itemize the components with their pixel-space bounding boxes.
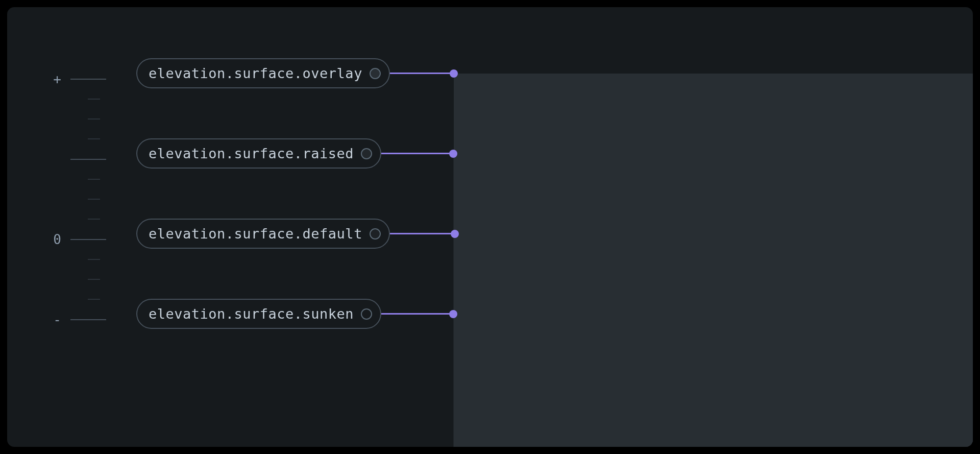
token-pill: elevation.surface.raised xyxy=(136,138,381,169)
scale-tick-major: + xyxy=(53,73,119,86)
connector-dot xyxy=(449,310,457,318)
token-name: elevation.surface.default xyxy=(149,226,362,242)
surface-overlay xyxy=(454,74,973,447)
connector-dot xyxy=(450,69,458,78)
scale-tick-minor: . xyxy=(53,173,119,186)
tick-minor xyxy=(88,299,100,300)
tick-minor xyxy=(88,179,100,180)
scale-tick-minor: . xyxy=(53,112,119,126)
token-row: elevation.surface.default xyxy=(136,219,459,249)
connector xyxy=(390,230,459,238)
tick-minor xyxy=(88,219,100,220)
tick-major xyxy=(70,319,106,320)
scale-tick-minor: . xyxy=(53,132,119,146)
connector-line xyxy=(381,153,450,154)
color-swatch xyxy=(361,148,372,159)
color-swatch xyxy=(361,308,372,320)
token-pill: elevation.surface.overlay xyxy=(136,58,390,88)
scale-label: + xyxy=(53,73,61,86)
tick-minor xyxy=(88,118,100,120)
stage: +.......0...- elevation.surface.overlaye… xyxy=(0,0,980,454)
connector-line xyxy=(390,233,451,234)
token-name: elevation.surface.raised xyxy=(149,146,354,161)
token-name: elevation.surface.overlay xyxy=(149,65,362,81)
canvas: +.......0...- elevation.surface.overlaye… xyxy=(7,7,973,447)
tick-minor xyxy=(88,259,100,260)
connector xyxy=(390,69,458,78)
scale-tick-minor: . xyxy=(53,92,119,106)
connector-line xyxy=(390,73,450,74)
scale-tick-major: - xyxy=(53,313,119,326)
token-row: elevation.surface.raised xyxy=(136,138,457,169)
scale-tick-minor: . xyxy=(53,193,119,206)
tick-major xyxy=(70,79,106,80)
scale-tick-minor: . xyxy=(53,212,119,226)
token-name: elevation.surface.sunken xyxy=(149,306,354,322)
tick-minor xyxy=(88,279,100,280)
tick-minor xyxy=(88,99,100,100)
scale-label: - xyxy=(53,313,61,326)
color-swatch xyxy=(370,68,381,79)
scale-tick-major: 0 xyxy=(53,233,119,246)
connector-line xyxy=(381,313,450,315)
tick-major xyxy=(70,239,106,240)
tick-minor xyxy=(88,199,100,200)
scale-tick-major: . xyxy=(53,153,119,166)
tick-major xyxy=(70,159,106,160)
color-swatch xyxy=(370,228,381,240)
token-row: elevation.surface.overlay xyxy=(136,58,458,88)
scale-tick-minor: . xyxy=(53,293,119,306)
connector xyxy=(381,150,457,158)
scale-tick-minor: . xyxy=(53,253,119,266)
tick-minor xyxy=(88,138,100,139)
connector-dot xyxy=(451,230,459,238)
connector xyxy=(381,310,457,318)
scale-tick-minor: . xyxy=(53,273,119,286)
token-pill: elevation.surface.default xyxy=(136,219,390,249)
scale-label: 0 xyxy=(53,233,61,246)
token-pill: elevation.surface.sunken xyxy=(136,299,381,329)
connector-dot xyxy=(449,150,457,158)
token-row: elevation.surface.sunken xyxy=(136,299,457,329)
